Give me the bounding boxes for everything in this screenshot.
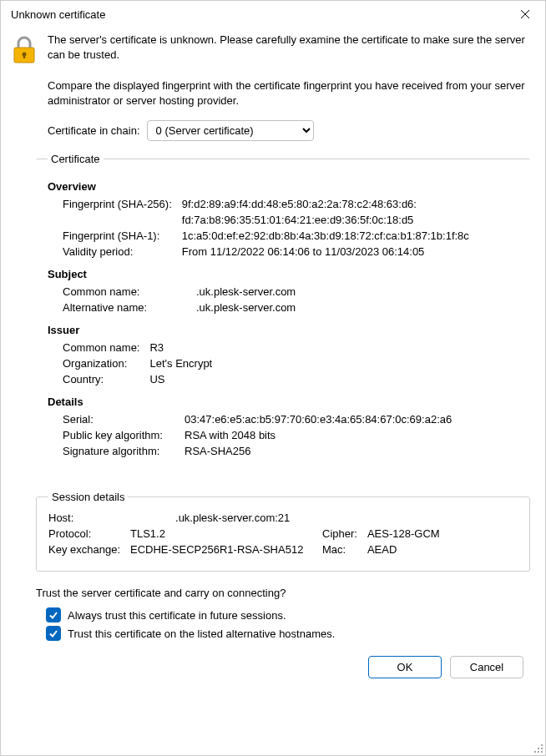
- svg-point-6: [538, 748, 539, 749]
- overview-heading: Overview: [48, 180, 518, 193]
- issuer-country-label: Country:: [63, 371, 149, 387]
- resize-grip[interactable]: [532, 742, 543, 753]
- fp256-label: Fingerprint (SHA-256):: [63, 196, 182, 212]
- kex-label: Key exchange:: [48, 542, 130, 557]
- issuer-country-value: US: [149, 371, 217, 387]
- validity-value: From 11/12/2022 06:14:06 to 11/03/2023 0…: [182, 244, 474, 260]
- checkbox-trust-altnames-label[interactable]: Trust this certificate on the listed alt…: [68, 627, 335, 640]
- svg-point-8: [534, 751, 536, 753]
- kex-value: ECDHE-SECP256R1-RSA-SHA512: [130, 542, 322, 557]
- sig-algo-value: RSA-SHA256: [185, 443, 457, 459]
- cipher-value: AES-128-GCM: [367, 526, 445, 542]
- mac-label: Mac:: [322, 542, 367, 557]
- subject-heading: Subject: [48, 268, 518, 280]
- subject-an-label: Alternative name:: [63, 300, 196, 315]
- lock-icon: [13, 36, 36, 67]
- fp256-value-line1: 9f:d2:89:a9:f4:dd:48:e5:80:a2:2a:78:c2:4…: [182, 196, 474, 212]
- svg-point-10: [541, 751, 543, 753]
- session-group: Session details Host: .uk.plesk-server.c…: [36, 491, 530, 572]
- subject-cn-value: .uk.plesk-server.com: [196, 284, 301, 300]
- compare-text: Compare the displayed fingerprint with t…: [48, 78, 530, 108]
- fp1-value: 1c:a5:0d:ef:e2:92:db:8b:4a:3b:d9:18:72:c…: [182, 228, 474, 244]
- check-icon: [48, 610, 58, 620]
- close-button[interactable]: [513, 3, 537, 26]
- svg-point-5: [541, 744, 543, 746]
- close-icon: [520, 9, 530, 19]
- ok-button[interactable]: OK: [368, 656, 442, 678]
- chain-select[interactable]: 0 (Server certificate): [147, 120, 314, 141]
- issuer-cn-value: R3: [149, 340, 217, 355]
- checkbox-always-trust-label[interactable]: Always trust this certificate in future …: [68, 609, 286, 622]
- validity-label: Validity period:: [63, 244, 182, 260]
- details-heading: Details: [48, 396, 518, 408]
- svg-point-9: [538, 751, 539, 753]
- serial-label: Serial:: [63, 411, 185, 427]
- protocol-label: Protocol:: [48, 526, 130, 542]
- fp1-label: Fingerprint (SHA-1):: [63, 228, 182, 244]
- pk-algo-value: RSA with 2048 bits: [185, 427, 457, 443]
- subject-cn-label: Common name:: [63, 284, 196, 300]
- sig-algo-label: Signature algorithm:: [63, 443, 185, 459]
- issuer-cn-label: Common name:: [63, 340, 149, 355]
- checkbox-trust-altnames[interactable]: [46, 626, 61, 641]
- certificate-group: Certificate Overview Fingerprint (SHA-25…: [36, 153, 530, 472]
- dialog-title: Unknown certificate: [11, 8, 105, 21]
- protocol-value: TLS1.2: [130, 526, 322, 542]
- certificate-legend: Certificate: [48, 153, 104, 165]
- svg-rect-4: [23, 54, 25, 58]
- chain-label: Certificate in chain:: [48, 124, 140, 137]
- check-icon: [48, 628, 58, 638]
- issuer-org-label: Organization:: [63, 355, 149, 371]
- checkbox-always-trust[interactable]: [46, 607, 61, 622]
- cancel-button[interactable]: Cancel: [450, 656, 523, 678]
- trust-question: Trust the server certificate and carry o…: [36, 587, 530, 599]
- lead-text: The server's certificate is unknown. Ple…: [48, 33, 530, 63]
- issuer-heading: Issuer: [48, 324, 518, 336]
- issuer-org-value: Let's Encrypt: [149, 355, 217, 371]
- host-value: .uk.plesk-server.com:21: [130, 510, 445, 526]
- mac-value: AEAD: [367, 542, 445, 557]
- session-legend: Session details: [48, 491, 128, 503]
- cipher-label: Cipher:: [322, 526, 367, 542]
- pk-algo-label: Public key algorithm:: [63, 427, 185, 443]
- fp256-value-line2: fd:7a:b8:96:35:51:01:64:21:ee:d9:36:5f:0…: [182, 212, 474, 228]
- subject-an-value: .uk.plesk-server.com: [196, 300, 301, 315]
- svg-point-7: [541, 748, 543, 749]
- serial-value: 03:47:e6:e5:ac:b5:97:70:60:e3:4a:65:84:6…: [185, 411, 457, 427]
- host-label: Host:: [48, 510, 130, 526]
